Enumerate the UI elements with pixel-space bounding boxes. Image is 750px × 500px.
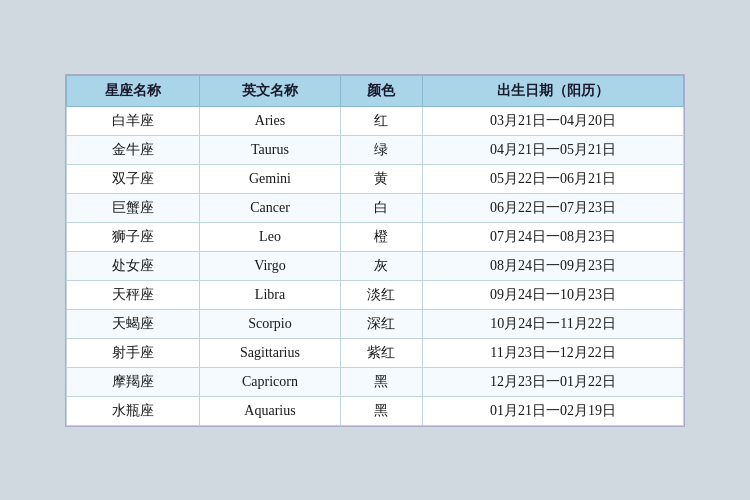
table-cell: 11月23日一12月22日 (422, 338, 683, 367)
table-cell: 红 (340, 106, 422, 135)
table-cell: 深红 (340, 309, 422, 338)
table-cell: 05月22日一06月21日 (422, 164, 683, 193)
table-header-row: 星座名称英文名称颜色出生日期（阳历） (67, 75, 684, 106)
table-header-cell: 星座名称 (67, 75, 200, 106)
table-cell: 01月21日一02月19日 (422, 396, 683, 425)
table-header-cell: 颜色 (340, 75, 422, 106)
table-body: 白羊座Aries红03月21日一04月20日金牛座Taurus绿04月21日一0… (67, 106, 684, 425)
table-cell: 04月21日一05月21日 (422, 135, 683, 164)
table-cell: 黑 (340, 367, 422, 396)
table-cell: 06月22日一07月23日 (422, 193, 683, 222)
table-cell: 水瓶座 (67, 396, 200, 425)
table-cell: 10月24日一11月22日 (422, 309, 683, 338)
table-cell: Taurus (200, 135, 340, 164)
table-row: 处女座Virgo灰08月24日一09月23日 (67, 251, 684, 280)
table-cell: 白羊座 (67, 106, 200, 135)
table-header-cell: 出生日期（阳历） (422, 75, 683, 106)
table-cell: Aquarius (200, 396, 340, 425)
table-cell: 黄 (340, 164, 422, 193)
table-cell: 08月24日一09月23日 (422, 251, 683, 280)
table-cell: 12月23日一01月22日 (422, 367, 683, 396)
table-cell: 橙 (340, 222, 422, 251)
table-cell: 双子座 (67, 164, 200, 193)
table-row: 天蝎座Scorpio深红10月24日一11月22日 (67, 309, 684, 338)
table-cell: 03月21日一04月20日 (422, 106, 683, 135)
table-cell: 09月24日一10月23日 (422, 280, 683, 309)
table-row: 巨蟹座Cancer白06月22日一07月23日 (67, 193, 684, 222)
table-cell: Sagittarius (200, 338, 340, 367)
table-cell: 狮子座 (67, 222, 200, 251)
table-row: 射手座Sagittarius紫红11月23日一12月22日 (67, 338, 684, 367)
table-cell: 紫红 (340, 338, 422, 367)
table-row: 双子座Gemini黄05月22日一06月21日 (67, 164, 684, 193)
table-cell: Aries (200, 106, 340, 135)
table-cell: Capricorn (200, 367, 340, 396)
zodiac-table: 星座名称英文名称颜色出生日期（阳历） 白羊座Aries红03月21日一04月20… (66, 75, 684, 426)
table-cell: 黑 (340, 396, 422, 425)
table-cell: 天秤座 (67, 280, 200, 309)
table-cell: Scorpio (200, 309, 340, 338)
table-row: 白羊座Aries红03月21日一04月20日 (67, 106, 684, 135)
table-cell: 摩羯座 (67, 367, 200, 396)
table-cell: 射手座 (67, 338, 200, 367)
table-cell: Cancer (200, 193, 340, 222)
table-cell: 天蝎座 (67, 309, 200, 338)
table-cell: 白 (340, 193, 422, 222)
table-row: 水瓶座Aquarius黑01月21日一02月19日 (67, 396, 684, 425)
zodiac-table-wrapper: 星座名称英文名称颜色出生日期（阳历） 白羊座Aries红03月21日一04月20… (65, 74, 685, 427)
table-cell: Virgo (200, 251, 340, 280)
table-cell: 处女座 (67, 251, 200, 280)
table-row: 狮子座Leo橙07月24日一08月23日 (67, 222, 684, 251)
table-cell: 金牛座 (67, 135, 200, 164)
table-cell: 淡红 (340, 280, 422, 309)
table-cell: 07月24日一08月23日 (422, 222, 683, 251)
table-cell: Leo (200, 222, 340, 251)
table-cell: 绿 (340, 135, 422, 164)
table-cell: 巨蟹座 (67, 193, 200, 222)
table-row: 金牛座Taurus绿04月21日一05月21日 (67, 135, 684, 164)
table-cell: 灰 (340, 251, 422, 280)
table-cell: Libra (200, 280, 340, 309)
table-header-cell: 英文名称 (200, 75, 340, 106)
table-row: 摩羯座Capricorn黑12月23日一01月22日 (67, 367, 684, 396)
table-cell: Gemini (200, 164, 340, 193)
table-row: 天秤座Libra淡红09月24日一10月23日 (67, 280, 684, 309)
